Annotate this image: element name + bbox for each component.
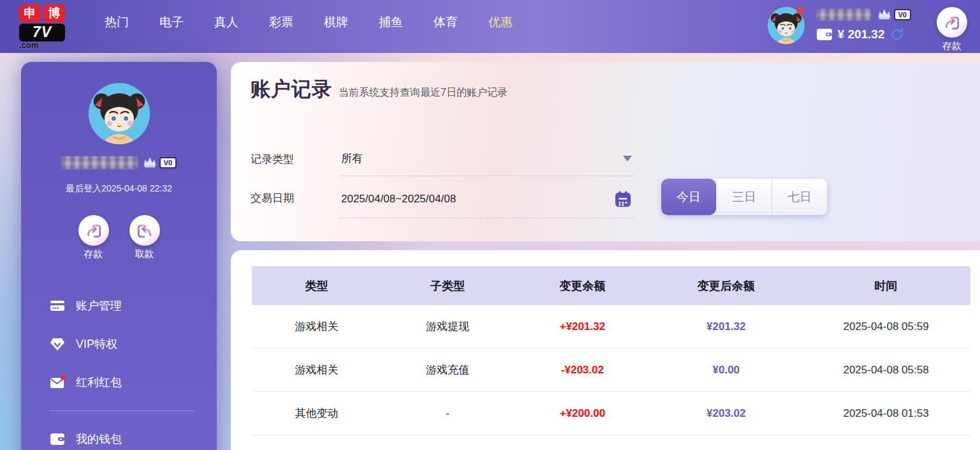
chevron-down-icon <box>623 156 632 161</box>
cell-change-amount: -¥203.02 <box>514 364 650 377</box>
sidebar-withdraw-label: 取款 <box>135 248 154 260</box>
sidebar-item-my-wallet[interactable]: 我的钱包 <box>49 420 194 450</box>
topbar-user-info: V0 ¥ 201.32 <box>816 7 911 41</box>
table-header-row: 类型 子类型 变更余额 变更后余额 时间 <box>252 266 970 305</box>
balance-amount: ¥ 201.32 <box>838 27 885 41</box>
cell-subtype: - <box>381 407 514 420</box>
col-header-subtype: 子类型 <box>381 278 514 294</box>
gem-icon <box>49 336 66 352</box>
nav-item-slots[interactable]: 电子 <box>144 0 199 53</box>
main-menu: 热门 电子 真人 彩票 棋牌 捕鱼 体育 优惠 <box>89 0 528 53</box>
record-type-row: 记录类型 所有 <box>251 146 634 176</box>
top-nav: 申 博 7V .com 热门 电子 真人 彩票 棋牌 捕鱼 体育 优惠 <box>0 0 980 53</box>
wallet-icon <box>816 28 833 41</box>
vip-level-label: V0 <box>159 157 177 169</box>
topbar-user-area: V0 ¥ 201.32 <box>768 1 980 52</box>
withdraw-arrow-icon <box>136 223 153 238</box>
cell-balance-after: ¥201.32 <box>650 320 801 333</box>
table-row: 游戏相关 游戏充值 -¥203.02 ¥0.00 2025-04-08 05:5… <box>252 349 970 392</box>
cell-type: 游戏相关 <box>252 363 381 377</box>
masked-username <box>816 9 871 20</box>
logo-com: .com <box>19 41 38 49</box>
filter-panel: 账户记录 当前系统支持查询最近7日的账户记录 记录类型 所有 交易日期 2025… <box>231 62 980 241</box>
topbar-deposit-label: 存款 <box>942 40 962 52</box>
date-range-tabs: 今日 三日 七日 <box>661 179 827 215</box>
sidebar-withdraw-button[interactable]: 取款 <box>129 215 160 260</box>
crown-icon <box>876 8 893 21</box>
transaction-date-row: 交易日期 2025/04/08~2025/04/08 <box>251 185 634 218</box>
refresh-balance-icon[interactable] <box>890 27 904 41</box>
sidebar-item-label: 红利红包 <box>76 375 122 390</box>
brand-logo[interactable]: 申 博 7V .com <box>19 4 71 49</box>
col-header-time: 时间 <box>801 278 970 294</box>
col-header-balance-after: 变更后余额 <box>650 278 801 294</box>
sidebar-user-line: V0 <box>21 156 217 169</box>
sidebar-avatar[interactable] <box>89 83 150 144</box>
sidebar-item-label: 我的钱包 <box>76 431 122 447</box>
logo-7v: 7V <box>19 24 65 41</box>
crown-icon <box>142 156 158 169</box>
range-tab-three-days[interactable]: 三日 <box>716 179 772 215</box>
envelope-icon <box>49 374 66 391</box>
nav-item-promo[interactable]: 优惠 <box>473 0 528 53</box>
cell-time: 2025-04-08 05:59 <box>801 320 970 333</box>
sidebar-deposit-label: 存款 <box>84 248 103 260</box>
sidebar-menu: 账户管理 VIP特权 <box>49 287 194 450</box>
topbar-deposit-button[interactable]: 存款 <box>937 7 967 52</box>
sidebar-deposit-button[interactable]: 存款 <box>78 215 109 260</box>
record-type-value: 所有 <box>341 151 363 166</box>
sidebar-item-bonus-redpacket[interactable]: 红利红包 <box>49 363 194 401</box>
nav-item-live[interactable]: 真人 <box>199 0 254 53</box>
last-login-text: 最后登入2025-04-08 22:32 <box>21 183 217 195</box>
transaction-date-label: 交易日期 <box>251 185 340 218</box>
calendar-icon[interactable] <box>614 190 632 208</box>
col-header-change: 变更余额 <box>514 278 650 294</box>
logo-badges: 申 博 <box>19 4 65 22</box>
sidebar: V0 最后登入2025-04-08 22:32 存款 取款 <box>21 62 217 450</box>
nav-item-sports[interactable]: 体育 <box>418 0 473 53</box>
nav-item-fishing[interactable]: 捕鱼 <box>363 0 418 53</box>
wallet-icon <box>49 431 66 447</box>
sidebar-quick-actions: 存款 取款 <box>21 215 217 260</box>
table-row: 游戏相关 游戏提现 +¥201.32 ¥201.32 2025-04-08 05… <box>252 305 970 349</box>
vip-badge: V0 <box>142 156 177 169</box>
record-type-label: 记录类型 <box>251 146 340 176</box>
cell-type: 游戏相关 <box>252 319 381 334</box>
date-range-input[interactable]: 2025/04/08~2025/04/08 <box>340 185 634 218</box>
cell-change-amount: +¥200.00 <box>514 407 650 420</box>
bank-card-icon <box>49 297 66 314</box>
nav-item-chess[interactable]: 棋牌 <box>309 0 363 53</box>
cell-change-amount: +¥201.32 <box>514 320 650 333</box>
topbar-avatar[interactable] <box>768 7 805 44</box>
sidebar-divider <box>49 410 194 411</box>
cell-subtype: 游戏充值 <box>381 363 514 377</box>
deposit-arrow-icon <box>944 15 960 30</box>
nav-item-hot[interactable]: 热门 <box>89 0 144 53</box>
deposit-arrow-icon <box>85 223 102 238</box>
table-row: 其他变动 - +¥200.00 ¥203.02 2025-04-08 01:53 <box>252 392 970 435</box>
range-tab-seven-days[interactable]: 七日 <box>772 179 827 215</box>
vip-badge: V0 <box>876 8 911 21</box>
col-header-type: 类型 <box>252 278 381 294</box>
masked-username <box>61 156 138 169</box>
page-title: 账户记录 <box>251 76 332 103</box>
sidebar-item-label: VIP特权 <box>76 336 117 352</box>
logo-badge-shen: 申 <box>19 4 41 22</box>
range-tab-today[interactable]: 今日 <box>661 179 716 215</box>
record-type-select[interactable]: 所有 <box>340 146 634 176</box>
records-table: 类型 子类型 变更余额 变更后余额 时间 游戏相关 游戏提现 +¥201.32 … <box>252 266 970 435</box>
date-range-value: 2025/04/08~2025/04/08 <box>341 193 456 206</box>
sidebar-item-account-management[interactable]: 账户管理 <box>49 287 194 325</box>
account-records-page: 申 博 7V .com 热门 电子 真人 彩票 棋牌 捕鱼 体育 优惠 <box>0 0 980 450</box>
sidebar-item-label: 账户管理 <box>76 298 122 313</box>
cell-type: 其他变动 <box>252 406 381 421</box>
cell-subtype: 游戏提现 <box>381 319 514 334</box>
nav-item-lottery[interactable]: 彩票 <box>254 0 309 53</box>
cell-balance-after: ¥0.00 <box>650 364 801 377</box>
page-subtitle: 当前系统支持查询最近7日的账户记录 <box>339 86 508 100</box>
records-table-panel: 类型 子类型 变更余额 变更后余额 时间 游戏相关 游戏提现 +¥201.32 … <box>231 250 980 450</box>
notification-dot <box>796 7 803 14</box>
cell-time: 2025-04-08 05:58 <box>801 364 970 377</box>
sidebar-item-vip-privileges[interactable]: VIP特权 <box>49 325 194 363</box>
cell-balance-after: ¥203.02 <box>650 407 801 420</box>
